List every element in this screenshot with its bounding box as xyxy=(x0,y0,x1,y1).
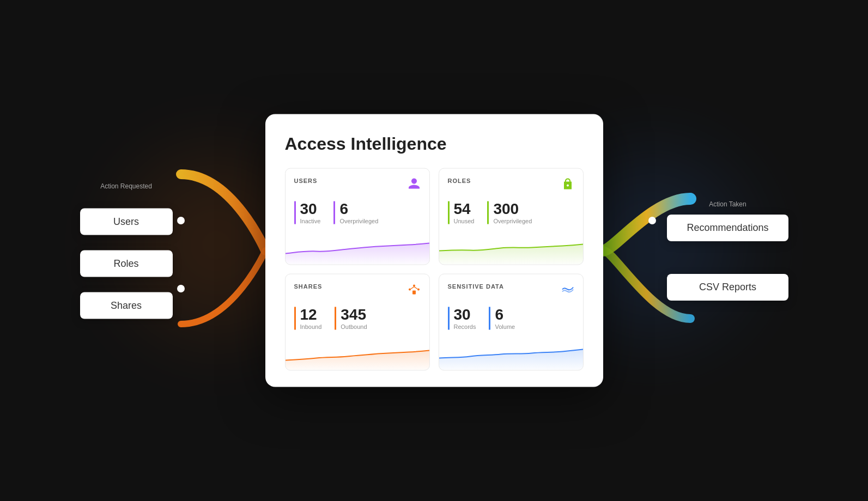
page-title: Access Intelligence xyxy=(285,134,584,154)
users-inactive-value: 30 xyxy=(300,201,321,217)
shares-inbound-value: 12 xyxy=(300,307,322,322)
sensitive-volume-value: 6 xyxy=(495,307,515,322)
recommendations-button[interactable]: Recommendations xyxy=(667,215,788,241)
users-inactive-label: Inactive xyxy=(300,218,321,224)
roles-overprivileged-label: Overprivileged xyxy=(493,218,532,224)
roles-card: ROLES 54 Unused 300 Overprivileged xyxy=(439,168,584,265)
roles-card-header: ROLES xyxy=(448,178,574,194)
left-action-panel: Action Requested Users Roles Shares xyxy=(80,182,173,319)
sensitive-records-value: 30 xyxy=(454,307,476,322)
roles-stat-values: 54 Unused 300 Overprivileged xyxy=(448,201,574,224)
roles-unused-stat: 54 Unused xyxy=(448,201,475,224)
shares-stat-values: 12 Inbound 345 Outbound xyxy=(294,307,421,330)
svg-line-6 xyxy=(411,287,414,289)
users-chart xyxy=(286,232,429,265)
roles-icon xyxy=(561,178,574,194)
sensitive-stat-values: 30 Records 6 Volume xyxy=(448,307,574,330)
users-card: USERS 30 Inactive 6 Overprivileged xyxy=(285,168,430,265)
sensitive-card-header: SENSITIVE DATA xyxy=(448,283,574,300)
roles-overprivileged-value: 300 xyxy=(493,201,532,217)
shares-outbound-label: Outbound xyxy=(341,323,367,330)
sensitive-chart xyxy=(439,338,583,370)
users-stat-values: 30 Inactive 6 Overprivileged xyxy=(294,201,421,224)
svg-rect-8 xyxy=(412,291,416,295)
users-button[interactable]: Users xyxy=(80,209,173,235)
roles-card-title: ROLES xyxy=(448,178,471,184)
shares-inbound-label: Inbound xyxy=(300,323,322,330)
shares-button[interactable]: Shares xyxy=(80,292,173,319)
svg-point-5 xyxy=(417,289,420,291)
users-inactive-stat: 30 Inactive xyxy=(294,201,321,224)
left-section-label: Action Requested xyxy=(80,182,173,190)
sensitive-card: SENSITIVE DATA 30 Records 6 Volume xyxy=(439,274,584,371)
shares-card-title: SHARES xyxy=(294,283,323,290)
sensitive-volume-label: Volume xyxy=(495,323,515,330)
roles-overprivileged-stat: 300 Overprivileged xyxy=(487,201,532,224)
svg-point-3 xyxy=(413,285,415,287)
roles-chart xyxy=(439,232,583,265)
shares-inbound-stat: 12 Inbound xyxy=(294,307,322,330)
users-icon xyxy=(408,178,421,194)
sensitive-records-stat: 30 Records xyxy=(448,307,476,330)
shares-outbound-value: 345 xyxy=(341,307,367,322)
roles-button[interactable]: Roles xyxy=(80,250,173,277)
sensitive-icon xyxy=(561,283,574,300)
sensitive-card-title: SENSITIVE DATA xyxy=(448,283,504,290)
right-action-panel: Action Taken Recommendations CSV Reports xyxy=(667,200,788,301)
svg-line-7 xyxy=(414,287,417,289)
stats-grid: USERS 30 Inactive 6 Overprivileged xyxy=(285,168,584,371)
roles-unused-value: 54 xyxy=(454,201,475,217)
sensitive-volume-stat: 6 Volume xyxy=(489,307,515,330)
shares-card-header: SHARES xyxy=(294,283,421,300)
shares-outbound-stat: 345 Outbound xyxy=(335,307,367,330)
users-overprivileged-label: Overprivileged xyxy=(339,218,378,224)
users-card-title: USERS xyxy=(294,178,318,184)
roles-unused-label: Unused xyxy=(454,218,475,224)
sensitive-records-label: Records xyxy=(454,323,476,330)
users-overprivileged-value: 6 xyxy=(339,201,378,217)
right-section-label: Action Taken xyxy=(667,200,788,208)
svg-point-4 xyxy=(409,289,411,291)
main-card: Access Intelligence USERS 30 Inactive xyxy=(265,114,603,387)
shares-icon xyxy=(408,283,421,300)
users-overprivileged-stat: 6 Overprivileged xyxy=(333,201,378,224)
users-card-header: USERS xyxy=(294,178,421,194)
shares-card: SHARES 12 Inbound 345 Outbound xyxy=(285,274,430,371)
shares-chart xyxy=(286,338,429,370)
csv-reports-button[interactable]: CSV Reports xyxy=(667,274,788,301)
